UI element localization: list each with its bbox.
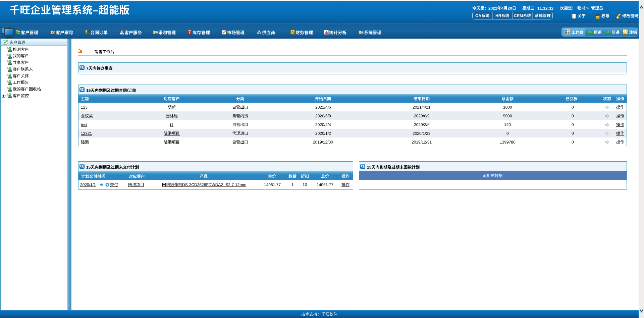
svg-text:$: $ (292, 31, 293, 34)
